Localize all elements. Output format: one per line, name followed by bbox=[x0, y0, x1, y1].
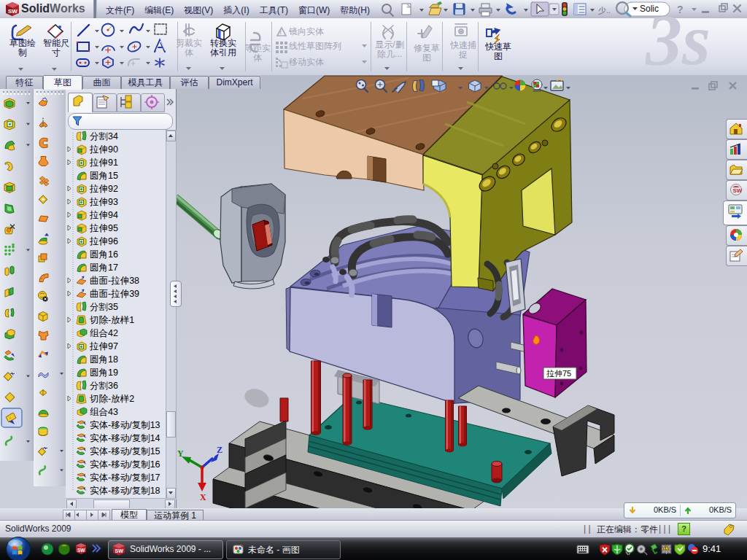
svg-text:实体-移动/复制14: 实体-移动/复制14 bbox=[90, 433, 160, 443]
svg-text:曲面-拉伸38: 曲面-拉伸38 bbox=[90, 276, 139, 286]
svg-text:拉伸97: 拉伸97 bbox=[89, 341, 118, 351]
svg-text:SW: SW bbox=[115, 548, 124, 553]
svg-text:SW: SW bbox=[77, 548, 85, 553]
svg-text:组合43: 组合43 bbox=[90, 407, 118, 417]
svg-text:实体-移动/复制17: 实体-移动/复制17 bbox=[90, 472, 160, 483]
svg-text:拉伸93: 拉伸93 bbox=[89, 197, 118, 207]
svg-text:圆角16: 圆角16 bbox=[90, 249, 118, 260]
svg-text:SW: SW bbox=[733, 187, 743, 194]
svg-text:圆角17: 圆角17 bbox=[90, 262, 118, 273]
svg-text:分割35: 分割35 bbox=[90, 302, 118, 312]
svg-text:!: ! bbox=[279, 28, 282, 36]
svg-text:Z: Z bbox=[217, 445, 222, 455]
svg-text:少..: 少.. bbox=[598, 6, 611, 15]
svg-text:组合42: 组合42 bbox=[90, 328, 118, 338]
svg-text:曲面-拉伸39: 曲面-拉伸39 bbox=[90, 289, 139, 299]
svg-text:实体-移动/复制13: 实体-移动/复制13 bbox=[90, 420, 160, 430]
svg-text:拉伸92: 拉伸92 bbox=[89, 184, 118, 194]
svg-text:拉伸75: 拉伸75 bbox=[546, 369, 571, 378]
svg-text:分割36: 分割36 bbox=[90, 381, 118, 391]
svg-text:拉伸96: 拉伸96 bbox=[89, 236, 118, 246]
svg-text:切除-放样1: 切除-放样1 bbox=[89, 315, 134, 325]
svg-text:实体-移动/复制15: 实体-移动/复制15 bbox=[90, 446, 160, 456]
svg-text:拉伸90: 拉伸90 bbox=[89, 144, 118, 155]
svg-text:切除-放样2: 切除-放样2 bbox=[89, 394, 134, 404]
svg-text:实体-移动/复制16: 实体-移动/复制16 bbox=[90, 459, 160, 470]
svg-text:拉伸94: 拉伸94 bbox=[89, 210, 118, 220]
svg-text:!: ! bbox=[665, 546, 667, 551]
svg-text:圆角18: 圆角18 bbox=[90, 354, 118, 365]
svg-text:Y: Y bbox=[177, 448, 184, 459]
svg-text:拉伸95: 拉伸95 bbox=[89, 223, 118, 233]
svg-text:拉伸91: 拉伸91 bbox=[89, 158, 118, 168]
svg-text:圆角19: 圆角19 bbox=[90, 368, 118, 378]
svg-text:实体-移动/复制18: 实体-移动/复制18 bbox=[90, 486, 160, 496]
svg-text:分割34: 分割34 bbox=[90, 131, 118, 141]
svg-text:X: X bbox=[200, 492, 206, 502]
svg-text:圆角15: 圆角15 bbox=[90, 171, 118, 181]
